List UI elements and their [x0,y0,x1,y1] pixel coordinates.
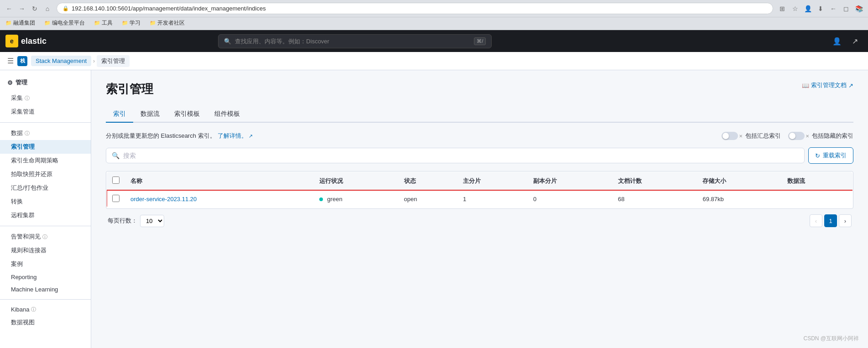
bookmark-4[interactable]: 📁 开发者社区 [148,18,187,28]
bookmarks-bar: 📁 融通集团 📁 编电全景平台 📁 工具 📁 学习 📁 开发者社区 [0,17,868,30]
extensions-button[interactable]: ⊞ [777,3,788,14]
pagination-controls: ‹ 1 › [810,214,852,227]
sidebar-item-dataview[interactable]: 数据视图 [0,316,91,329]
select-all-checkbox[interactable] [112,177,120,184]
search-input[interactable] [123,152,799,159]
table-header-row: 名称 运行状况 状态 主分片 副本分片 [107,172,853,190]
index-table: 名称 运行状况 状态 主分片 副本分片 [106,171,853,208]
reload-button[interactable]: ↻ [29,3,40,14]
th-datastream[interactable]: 数据流 [782,172,852,190]
reload-indices-button[interactable]: ↻ 重载索引 [808,147,853,164]
row-status-cell: open [399,190,457,208]
th-primary[interactable]: 主分片 [457,172,528,190]
content-area: 索引管理 📖 索引管理文档 ↗ 索引 数据流 索引模板 组件模板 [91,70,868,348]
browser-chrome: ← → ↻ ⌂ 🔒 192.168.140.100:5601/app/manag… [0,0,868,17]
user-avatar-button[interactable]: 👤 [830,34,844,48]
profile-button[interactable]: 👤 [802,3,813,14]
bookmark-3[interactable]: 📁 学习 [120,18,142,28]
sidebar-item-cases[interactable]: 案例 [0,257,91,271]
back2-button[interactable]: ← [828,3,839,14]
page-1-button[interactable]: 1 [824,214,837,227]
th-health[interactable]: 运行状况 [314,172,399,190]
toggle-system-indices: ✕ 包括汇总索引 [722,132,781,140]
toggle-switch-system[interactable] [722,132,738,140]
page-header: 索引管理 📖 索引管理文档 ↗ [106,81,853,97]
tabs-bar: 索引 数据流 索引模板 组件模板 [106,106,853,123]
address-bar[interactable]: 🔒 192.168.140.100:5601/app/management/da… [57,3,773,14]
sidebar-item-index-manage[interactable]: 索引管理 [0,140,91,154]
toggle-hidden-indices: ✕ 包括隐藏的索引 [788,132,853,140]
pagination-bar: 每页行数： 10 25 50 ‹ 1 › [106,214,853,227]
sidebar-item-alerts[interactable]: 告警和洞见 ⓘ [0,230,91,244]
bookmark-folder-icon-4: 📁 [150,20,156,26]
th-docs[interactable]: 文档计数 [613,172,697,190]
sidebar-item-transform[interactable]: 转换 [0,195,91,208]
sidebar-item-kibana[interactable]: Kibana ⓘ [0,303,91,316]
sidebar-item-ml[interactable]: Machine Learning [0,283,91,296]
index-name-link[interactable]: order-service-2023.11.20 [130,196,197,203]
tab-datastreams[interactable]: 数据流 [133,106,167,123]
navbar-search[interactable]: 🔍 ⌘/ [218,34,492,48]
tab-index-templates[interactable]: 索引模板 [167,106,207,123]
health-dot-green [319,197,323,201]
forward-button[interactable]: → [16,3,27,14]
tab-indices[interactable]: 索引 [106,106,133,123]
info-icon-data: ⓘ [25,130,30,137]
bookmark-folder-icon-1: 📁 [44,20,51,26]
breadcrumb-separator: › [93,58,95,64]
toggle-switch-hidden[interactable] [788,132,805,140]
rows-per-page: 每页行数： 10 25 50 [108,215,164,227]
home-button[interactable]: ⌂ [42,3,53,14]
th-replica[interactable]: 副本分片 [528,172,613,190]
th-size[interactable]: 存储大小 [697,172,782,190]
url-text: 192.168.140.100:5601/app/management/data… [72,5,266,12]
favorites-button[interactable]: ☆ [790,3,800,14]
downloads-button[interactable]: ⬇ [815,3,826,14]
next-page-button[interactable]: › [839,214,852,227]
row-size-cell: 69.87kb [697,190,782,208]
sidebar-item-aggregate[interactable]: 汇总/打包作业 [0,181,91,195]
sidebar-section-data: 数据 ⓘ 索引管理 索引生命周期策略 拍取快照并还原 汇总/打包作业 转换 远程… [0,126,91,222]
bookmarks-mgr-button[interactable]: 📚 [853,3,864,14]
row-checkbox-0[interactable] [112,195,120,202]
navbar-search-input[interactable] [235,38,470,45]
hamburger-button[interactable]: ☰ [7,57,14,65]
row-health-cell: green [314,190,399,208]
sidebar-item-data[interactable]: 数据 ⓘ [0,126,91,140]
bookmark-1[interactable]: 📁 编电全景平台 [42,18,87,28]
elastic-logo-icon: e [5,35,18,47]
toggle-knob-system [722,133,729,139]
rows-per-page-select[interactable]: 10 25 50 [140,215,164,227]
toggle-group: ✕ 包括汇总索引 ✕ 包括隐藏的索引 [722,132,853,140]
sidebar-divider-2 [0,226,91,226]
sidebar-item-rules[interactable]: 规则和连接器 [0,244,91,257]
sidebar-item-reporting[interactable]: Reporting [0,271,91,283]
share-button[interactable]: ↗ [848,34,863,48]
sidebar-item-collect-manage[interactable]: 采集管道 [0,105,91,119]
th-status[interactable]: 状态 [399,172,457,190]
navbar-right: 👤 ↗ [830,34,863,48]
browser-right-icons: ⊞ ☆ 👤 ⬇ ← ◻ 📚 [777,3,864,14]
sidebar-item-collect[interactable]: 采集 ⓘ [0,91,91,105]
bookmark-0[interactable]: 📁 融通集团 [4,18,37,28]
row-name-cell: order-service-2023.11.20 [125,190,314,208]
th-name[interactable]: 名称 [125,172,314,190]
tab-component-templates[interactable]: 组件模板 [207,106,247,123]
search-input-wrap[interactable]: 🔍 [106,148,805,163]
sidebar-item-lifecycle[interactable]: 索引生命周期策略 [0,154,91,167]
bookmark-folder-icon-2: 📁 [94,20,100,26]
sidebar-item-snapshot[interactable]: 拍取快照并还原 [0,167,91,181]
doc-link[interactable]: 📖 索引管理文档 ↗ [802,81,853,89]
bookmark-folder-icon-3: 📁 [122,20,128,26]
learn-more-link[interactable]: 了解详情。 ↗ [218,132,253,140]
prev-page-button[interactable]: ‹ [810,214,822,227]
bookmark-2[interactable]: 📁 工具 [92,18,114,28]
table-row: order-service-2023.11.20 green open 1 [107,190,853,208]
sidebar-item-remote[interactable]: 远程集群 [0,208,91,222]
elastic-logo[interactable]: e elastic [5,35,47,47]
elastic-logo-text: elastic [21,36,47,46]
back-button[interactable]: ← [4,3,15,14]
toggle-x-icon-hidden: ✕ [788,132,809,140]
restore-button[interactable]: ◻ [841,3,852,14]
breadcrumb-stack-management[interactable]: Stack Management [31,56,91,66]
